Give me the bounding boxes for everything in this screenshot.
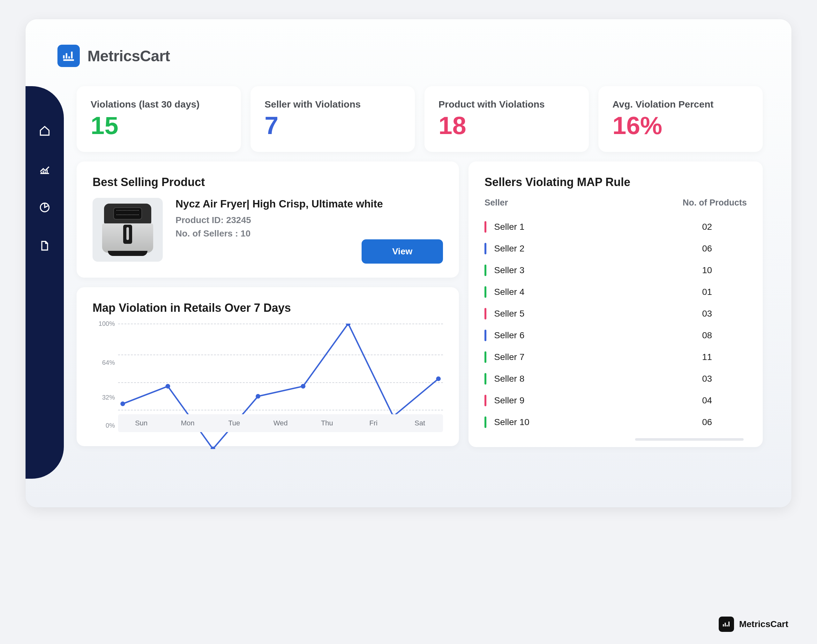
panel-title: Best Selling Product xyxy=(92,176,443,189)
seller-name: Seller 8 xyxy=(494,374,702,384)
stat-value: 16% xyxy=(612,113,749,138)
seller-color-bar xyxy=(484,330,486,341)
horizontal-scrollbar[interactable] xyxy=(635,438,743,441)
brand-name: MetricsCart xyxy=(87,47,170,65)
seller-row[interactable]: Seller 1006 xyxy=(484,411,747,433)
main-content: Violations (last 30 days) 15 Seller with… xyxy=(77,86,763,479)
seller-name: Seller 3 xyxy=(494,265,702,275)
svg-point-4 xyxy=(256,394,261,399)
sidebar-item-document[interactable] xyxy=(38,239,51,252)
stat-value: 15 xyxy=(90,113,227,138)
sidebar-item-home[interactable] xyxy=(38,124,51,137)
best-selling-panel: Best Selling Product xyxy=(77,161,459,278)
seller-name: Seller 9 xyxy=(494,396,702,406)
seller-color-bar xyxy=(484,373,486,385)
seller-name: Seller 7 xyxy=(494,352,702,362)
seller-product-count: 06 xyxy=(702,417,747,427)
stat-card-avg-violation: Avg. Violation Percent 16% xyxy=(598,86,763,152)
line-chart: 100% 64% 32% 0% xyxy=(92,324,443,432)
seller-row[interactable]: Seller 102 xyxy=(484,216,747,238)
seller-product-count: 08 xyxy=(702,330,747,340)
view-button[interactable]: View xyxy=(362,239,443,264)
x-tick-label: Thu xyxy=(304,414,350,432)
x-tick-label: Sat xyxy=(397,414,443,432)
sidebar-item-pie[interactable] xyxy=(38,201,51,214)
footer-logo-icon xyxy=(719,616,734,632)
x-axis: Sun Mon Tue Wed Thu Fri Sat xyxy=(118,414,443,432)
seller-color-bar xyxy=(484,395,486,406)
stat-label: Avg. Violation Percent xyxy=(612,99,749,110)
seller-name: Seller 5 xyxy=(494,308,702,319)
seller-row[interactable]: Seller 503 xyxy=(484,303,747,325)
seller-product-count: 06 xyxy=(702,244,747,254)
stat-label: Product with Violations xyxy=(438,99,575,110)
seller-product-count: 04 xyxy=(702,396,747,406)
stat-card-product-violations: Product with Violations 18 xyxy=(425,86,589,152)
seller-row[interactable]: Seller 608 xyxy=(484,325,747,346)
x-tick-label: Wed xyxy=(257,414,304,432)
seller-name: Seller 2 xyxy=(494,244,702,254)
stat-label: Seller with Violations xyxy=(265,99,401,110)
seller-color-bar xyxy=(484,221,486,233)
footer-logo: MetricsCart xyxy=(719,616,788,632)
panel-title: Sellers Violating MAP Rule xyxy=(484,176,747,189)
product-sellers-count: No. of Sellers : 10 xyxy=(176,228,443,239)
seller-product-count: 03 xyxy=(702,308,747,319)
y-tick-label: 0% xyxy=(92,422,115,429)
app-window: MetricsCart Violations (last 30 days) 15 xyxy=(26,19,791,508)
header: MetricsCart xyxy=(57,44,763,67)
seller-color-bar xyxy=(484,265,486,276)
seller-product-count: 10 xyxy=(702,265,747,275)
product-name: Nycz Air Fryer| High Crisp, Ultimate whi… xyxy=(176,198,443,210)
svg-point-5 xyxy=(300,384,305,389)
seller-color-bar xyxy=(484,308,486,319)
stats-row: Violations (last 30 days) 15 Seller with… xyxy=(77,86,763,152)
seller-name: Seller 10 xyxy=(494,417,702,427)
stat-value: 18 xyxy=(438,113,575,138)
stat-card-violations: Violations (last 30 days) 15 xyxy=(77,86,241,152)
column-header-count: No. of Products xyxy=(683,198,747,208)
seller-row[interactable]: Seller 904 xyxy=(484,389,747,411)
x-tick-label: Mon xyxy=(164,414,211,432)
sidebar-item-trends[interactable] xyxy=(38,163,51,176)
stat-value: 7 xyxy=(265,113,401,138)
seller-color-bar xyxy=(484,286,486,298)
stat-label: Violations (last 30 days) xyxy=(90,99,227,110)
sellers-list: Seller 102Seller 206Seller 310Seller 401… xyxy=(484,216,747,433)
x-tick-label: Fri xyxy=(350,414,396,432)
seller-row[interactable]: Seller 711 xyxy=(484,346,747,368)
svg-point-1 xyxy=(120,402,125,406)
sidebar xyxy=(26,86,64,479)
y-tick-label: 64% xyxy=(92,359,115,366)
seller-row[interactable]: Seller 206 xyxy=(484,238,747,259)
seller-color-bar xyxy=(484,243,486,255)
seller-row[interactable]: Seller 803 xyxy=(484,368,747,389)
air-fryer-icon xyxy=(102,204,153,256)
product-image xyxy=(92,198,163,262)
column-header-seller: Seller xyxy=(484,198,508,208)
svg-point-8 xyxy=(436,377,441,381)
seller-color-bar xyxy=(484,417,486,428)
seller-name: Seller 4 xyxy=(494,287,702,297)
seller-name: Seller 6 xyxy=(494,330,702,340)
stat-card-seller-violations: Seller with Violations 7 xyxy=(250,86,415,152)
seller-product-count: 11 xyxy=(702,352,747,362)
panel-title: Map Violation in Retails Over 7 Days xyxy=(92,301,443,315)
seller-product-count: 03 xyxy=(702,374,747,384)
y-tick-label: 100% xyxy=(92,320,115,327)
map-violation-chart-panel: Map Violation in Retails Over 7 Days 100… xyxy=(77,287,459,446)
y-tick-label: 32% xyxy=(92,394,115,401)
sellers-violating-panel: Sellers Violating MAP Rule Seller No. of… xyxy=(469,161,763,447)
svg-point-2 xyxy=(166,384,170,389)
x-tick-label: Sun xyxy=(118,414,164,432)
x-tick-label: Tue xyxy=(211,414,257,432)
seller-product-count: 01 xyxy=(702,287,747,297)
product-id: Product ID: 23245 xyxy=(176,215,443,225)
seller-product-count: 02 xyxy=(702,222,747,232)
seller-name: Seller 1 xyxy=(494,222,702,232)
brand-logo-icon xyxy=(57,44,80,67)
seller-row[interactable]: Seller 401 xyxy=(484,281,747,303)
footer-brand-name: MetricsCart xyxy=(739,619,788,629)
seller-color-bar xyxy=(484,351,486,363)
seller-row[interactable]: Seller 310 xyxy=(484,259,747,281)
